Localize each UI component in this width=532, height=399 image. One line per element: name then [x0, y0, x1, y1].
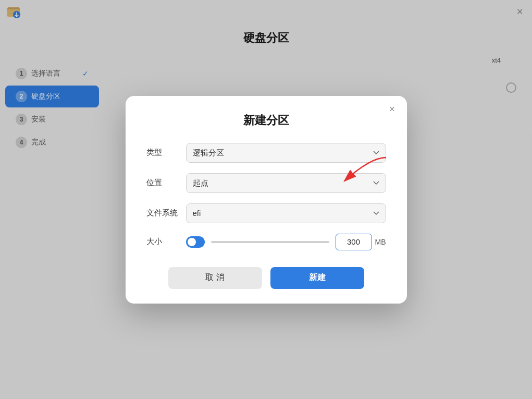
create-button[interactable]: 新建 — [270, 267, 364, 289]
app-window: ✕ 硬盘分区 1 选择语言 ✓ 2 硬盘分区 3 安装 4 完成 — [0, 0, 532, 399]
size-input[interactable] — [336, 234, 372, 250]
type-row: 类型 逻辑分区 主分区 扩展分区 — [146, 143, 386, 163]
size-slider[interactable] — [211, 241, 329, 243]
cancel-button[interactable]: 取 消 — [168, 267, 262, 289]
size-unit: MB — [375, 238, 386, 246]
size-label: 大小 — [146, 237, 178, 247]
modal-title: 新建分区 — [146, 113, 386, 128]
modal-overlay: × 新建分区 类型 逻辑分区 主分区 扩展分区 位置 起点 终点 — [0, 0, 532, 399]
modal-footer: 取 消 新建 — [146, 267, 386, 289]
filesystem-label: 文件系统 — [146, 208, 178, 218]
modal-close-button[interactable]: × — [386, 103, 399, 116]
type-label: 类型 — [146, 148, 178, 158]
size-toggle[interactable] — [186, 236, 205, 248]
type-select[interactable]: 逻辑分区 主分区 扩展分区 — [186, 143, 386, 163]
size-row: 大小 MB — [146, 234, 386, 250]
size-input-group: MB — [336, 234, 386, 250]
position-row: 位置 起点 终点 — [146, 173, 386, 193]
position-select[interactable]: 起点 终点 — [186, 173, 386, 193]
position-label: 位置 — [146, 178, 178, 188]
size-controls: MB — [186, 234, 386, 250]
filesystem-select[interactable]: efi ext4 swap fat32 ntfs — [186, 203, 386, 223]
modal-dialog: × 新建分区 类型 逻辑分区 主分区 扩展分区 位置 起点 终点 — [126, 96, 407, 304]
filesystem-row: 文件系统 efi ext4 swap fat32 ntfs — [146, 203, 386, 223]
